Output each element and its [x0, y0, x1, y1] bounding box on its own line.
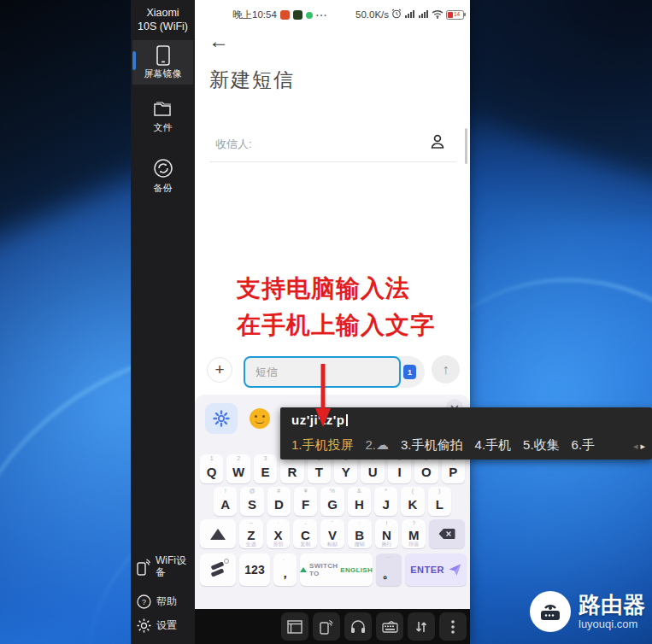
- key[interactable]: (K: [401, 487, 424, 516]
- sidebar-item-backup[interactable]: 备份: [131, 158, 195, 195]
- phone-mirror-screen: 晚上10:54 ··· 50.0K/s 14 ← 新建短信: [195, 0, 470, 644]
- annotation-arrow: [314, 362, 332, 430]
- ime-candidate[interactable]: 1.手机投屏: [291, 437, 354, 454]
- key[interactable]: ~Z全选: [239, 519, 263, 548]
- key[interactable]: ˉV粘贴: [320, 519, 344, 548]
- key[interactable]: !N换行: [375, 519, 399, 548]
- notification-dot-icon: [306, 12, 313, 19]
- recipient-field[interactable]: 收信人:: [215, 137, 252, 152]
- keyboard-button[interactable]: [376, 612, 403, 641]
- ime-candidate[interactable]: 2.☁: [366, 437, 390, 454]
- watermark: 路由器 luyouqi.com: [530, 591, 645, 632]
- key[interactable]: ¥F: [294, 487, 317, 516]
- sidebar-item-label: 备份: [154, 182, 173, 195]
- watermark-domain: luyouqi.com: [579, 618, 645, 630]
- ime-candidate[interactable]: 4.手机: [475, 437, 512, 454]
- router-icon: [530, 591, 571, 632]
- key[interactable]: *J: [374, 487, 397, 516]
- ime-candidates: 1.手机投屏2.☁3.手机偷拍4.手机5.收集6.手: [291, 437, 623, 454]
- attach-button[interactable]: +: [207, 357, 232, 383]
- key[interactable]: -C复制: [293, 519, 317, 548]
- space-key[interactable]: SWITCH TO ENGLISH: [300, 553, 373, 586]
- wifi-phone-icon: [137, 559, 150, 576]
- phone-cast-button[interactable]: [313, 612, 340, 641]
- help-icon: ?: [137, 594, 151, 609]
- sidebar-item-label: 文件: [154, 121, 173, 134]
- sogou-logo-key[interactable]: [200, 553, 236, 586]
- mirror-app-sidebar: Xiaomi 10S (WiFi) 屏幕镜像 文件 备份 Wi: [131, 0, 195, 644]
- window-layout-icon: [287, 620, 303, 634]
- sidebar-item-help[interactable]: ? 帮助: [137, 594, 193, 609]
- gear-icon: [213, 410, 230, 427]
- backspace-icon: [438, 528, 455, 540]
- sidebar-item-files[interactable]: 文件: [131, 101, 195, 134]
- wifi-icon: [432, 9, 443, 20]
- comma-key[interactable]: 、，: [273, 553, 297, 586]
- text-caret: [346, 414, 348, 426]
- key[interactable]: &H: [348, 487, 371, 516]
- ime-candidate[interactable]: 3.手机偷拍: [401, 437, 463, 454]
- ime-candidate[interactable]: 5.收集: [523, 437, 560, 454]
- ime-pager: ◂ ▸: [633, 441, 645, 452]
- sogou-icon: [209, 561, 227, 578]
- folder-icon: [153, 101, 173, 118]
- keyboard-settings-button[interactable]: [205, 403, 238, 434]
- key[interactable]: #D: [267, 487, 291, 516]
- alarm-icon: [391, 9, 402, 20]
- headset-icon: [350, 620, 366, 634]
- numeric-key[interactable]: 123: [239, 553, 270, 586]
- key[interactable]: )L: [428, 487, 451, 516]
- notification-icon: [293, 10, 303, 20]
- backspace-key[interactable]: [429, 519, 465, 548]
- key[interactable]: @S: [240, 487, 263, 516]
- emoji-button[interactable]: [250, 408, 270, 429]
- watermark-title: 路由器: [579, 594, 645, 616]
- keyboard-row-2: !A@S#D¥F%G&H*J(K)L: [214, 487, 451, 516]
- bluetooth-audio-button[interactable]: [344, 612, 372, 641]
- scrollbar[interactable]: [465, 128, 467, 164]
- enter-key[interactable]: ENTER: [405, 553, 467, 586]
- add-contact-icon[interactable]: [429, 133, 446, 154]
- ime-candidate[interactable]: 6.手: [572, 437, 596, 454]
- device-name: Xiaomi 10S (WiFi): [131, 0, 195, 34]
- window-layout-button[interactable]: [281, 612, 308, 641]
- sidebar-item-screen-mirror[interactable]: 屏幕镜像: [132, 40, 193, 85]
- sidebar-item-label: 帮助: [156, 596, 177, 608]
- keyboard-row-3: ~Z全选·X剪切-C复制ˉV粘贴:B撤销!N换行?M段落: [200, 519, 465, 548]
- svg-text:?: ?: [142, 598, 146, 606]
- signal-bars-icon: [404, 9, 415, 20]
- key[interactable]: 1Q: [200, 454, 223, 483]
- key[interactable]: :B撤销: [348, 519, 372, 548]
- net-speed: 50.0K/s: [355, 9, 389, 20]
- key[interactable]: ?M段落: [402, 519, 426, 548]
- send-plane-icon: [449, 564, 461, 576]
- key[interactable]: %G: [320, 487, 344, 516]
- sim-badge: 1: [403, 365, 416, 379]
- file-transfer-button[interactable]: [408, 612, 435, 641]
- sidebar-item-wifi-device[interactable]: WiFi设备: [137, 555, 193, 579]
- status-bar-left: 晚上10:54 ···: [232, 9, 328, 21]
- phone-signal-icon: [320, 619, 333, 635]
- key[interactable]: 2W: [226, 454, 250, 483]
- key[interactable]: 3E: [254, 454, 277, 483]
- annotation-text: 支持电脑输入法 在手机上输入文字: [237, 270, 435, 343]
- battery-icon: 14: [446, 10, 464, 20]
- sidebar-item-label: 屏幕镜像: [144, 67, 182, 80]
- sidebar-item-label: 设置: [156, 620, 177, 632]
- keyboard-row-4: 123 、， SWITCH TO ENGLISH ···。 ENTER: [200, 553, 465, 586]
- send-button[interactable]: ↑: [432, 355, 460, 383]
- key[interactable]: ·X剪切: [267, 519, 291, 548]
- key[interactable]: !A: [214, 487, 237, 516]
- sidebar-item-settings[interactable]: 设置: [137, 618, 193, 633]
- back-button[interactable]: ←: [209, 31, 229, 51]
- prev-page-icon[interactable]: ◂: [633, 441, 638, 452]
- next-page-icon[interactable]: ▸: [640, 441, 645, 452]
- language-switch-icon: [300, 567, 307, 572]
- shift-key[interactable]: [200, 519, 236, 548]
- notification-icon: [280, 10, 290, 20]
- active-indicator: [132, 51, 136, 70]
- sync-icon: [153, 158, 173, 179]
- shift-icon: [210, 529, 226, 540]
- more-button[interactable]: [439, 612, 467, 641]
- period-key[interactable]: ···。: [376, 553, 402, 586]
